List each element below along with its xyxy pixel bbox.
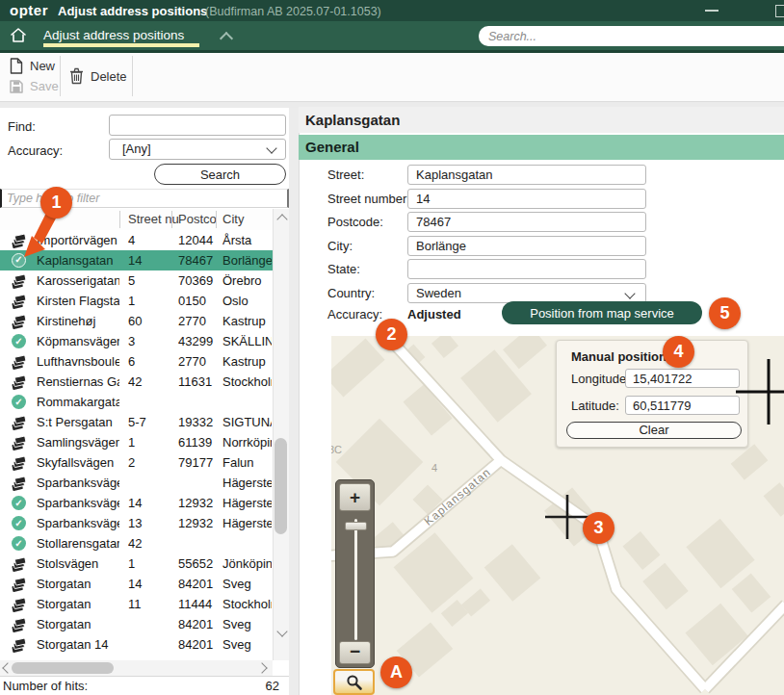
address-stack-icon <box>11 455 26 471</box>
find-input[interactable] <box>109 115 286 136</box>
field-input[interactable] <box>407 283 646 303</box>
column-header-postcode[interactable]: Postco <box>178 212 217 226</box>
table-row[interactable]: ✓ Storgatan 84201 Sveg <box>0 614 273 634</box>
scroll-up-icon[interactable] <box>276 214 287 224</box>
cell-postcode: 12044 <box>178 230 214 250</box>
field-input[interactable] <box>407 212 646 232</box>
cell-city: Stockholm <box>222 594 272 614</box>
address-stack-icon <box>11 415 26 430</box>
cell-postcode: 12932 <box>178 493 214 513</box>
cell-street-number: 1 <box>128 553 169 574</box>
field-input[interactable] <box>407 259 646 279</box>
table-row[interactable]: ✓ Rommakargatan <box>0 392 273 412</box>
cell-city: SKÄLLINGE <box>222 331 272 351</box>
table-row[interactable]: ✓ Storgatan 11 11444 Stockholm <box>0 594 273 614</box>
accuracy-filter-select[interactable]: [Any] <box>109 139 286 160</box>
magnifier-button[interactable] <box>333 669 375 695</box>
accuracy-label: Accuracy: <box>327 307 382 322</box>
column-header-city[interactable]: City <box>222 212 244 226</box>
new-button[interactable]: New <box>10 58 55 74</box>
table-row[interactable]: ✓ Skyfallsvägen 2 79177 Falun <box>0 452 273 473</box>
cell-postcode: 84201 <box>178 614 214 634</box>
table-row[interactable]: ✓ Storgatan 14 84201 Sveg <box>0 634 273 655</box>
toolbar-divider <box>60 56 61 96</box>
save-button[interactable]: Save <box>10 79 59 93</box>
address-table-body: ✓ Importörvägen 4 12044 Årsta ✓ Kaplansg… <box>0 230 273 656</box>
table-row[interactable]: ✓ Renstiernas Gata 42 11631 Stockholm <box>0 372 273 392</box>
map-house-number: 4 <box>431 462 437 474</box>
minimize-icon[interactable] <box>705 10 719 12</box>
cell-city: Örebro <box>222 270 272 291</box>
map-canvas[interactable]: Kaplansgatan 4 3C + − Manual position Lo… <box>331 336 784 695</box>
tab-adjust-address-positions[interactable]: Adjust address positions <box>43 28 184 42</box>
table-row[interactable]: ✓ Kaplansgatan 14 78467 Borlänge <box>0 250 273 270</box>
table-row[interactable]: ✓ Importörvägen 4 12044 Årsta <box>0 230 273 250</box>
table-row[interactable]: ✓ Karosserigatan 5 70369 Örebro <box>0 270 273 291</box>
vertical-scrollbar-thumb[interactable] <box>274 438 287 534</box>
cell-postcode: 70369 <box>178 270 214 291</box>
vertical-scrollbar[interactable] <box>273 209 289 660</box>
longitude-input[interactable] <box>625 369 740 388</box>
cell-street-number: 11 <box>128 594 169 614</box>
global-search-input[interactable] <box>479 26 784 46</box>
cell-postcode: 79177 <box>178 452 214 473</box>
zoom-slider-handle[interactable] <box>345 522 367 530</box>
cell-street-number: 6 <box>128 351 169 372</box>
field-label: Postcode: <box>327 215 383 229</box>
maximize-icon[interactable] <box>775 5 784 17</box>
chevron-up-icon[interactable] <box>220 32 233 45</box>
window-subtitle: (Budfirman AB 2025.07-01.1053) <box>205 5 381 18</box>
cell-city: Sveg <box>222 574 272 594</box>
cell-street: S:t Persgatan <box>37 412 119 432</box>
cell-city: Sveg <box>222 634 272 655</box>
table-row[interactable]: ✓ Sparbanksvägen Hägersten <box>0 473 273 493</box>
horizontal-scrollbar-thumb[interactable] <box>12 662 114 674</box>
latitude-input[interactable] <box>625 396 740 415</box>
table-row[interactable]: ✓ Köpmansvägen 3 43299 SKÄLLINGE <box>0 331 273 351</box>
table-row[interactable]: ✓ Stollarensgatan 42 <box>0 533 273 553</box>
accuracy-value: Adjusted <box>407 307 461 322</box>
check-circle-icon: ✓ <box>12 516 26 530</box>
cell-street-number: 5-7 <box>128 412 169 432</box>
cell-city: Hägersten <box>222 493 272 513</box>
search-button[interactable]: Search <box>154 164 286 185</box>
zoom-out-button[interactable]: − <box>339 641 371 664</box>
clear-button[interactable]: Clear <box>566 422 742 439</box>
table-row[interactable]: ✓ Kirstinehøj 60 2770 Kastrup <box>0 311 273 331</box>
section-header-general: General <box>299 135 784 160</box>
table-row[interactable]: ✓ Sparbanksvägen 13 12932 Hägersten <box>0 513 273 533</box>
cell-city: Hägersten <box>222 473 272 493</box>
position-from-map-service-button[interactable]: Position from map service <box>502 301 702 324</box>
table-row[interactable]: ✓ Samlingsvägen 1 61139 Norrköping <box>0 432 273 452</box>
scroll-down-icon[interactable] <box>276 626 287 636</box>
home-icon[interactable] <box>9 26 28 44</box>
cell-city: SIGTUNA <box>222 412 272 432</box>
table-row[interactable]: ✓ Sparbanksvägen 14 12932 Hägersten <box>0 493 273 513</box>
cell-street: Importörvägen <box>37 230 119 250</box>
field-input[interactable] <box>407 189 646 209</box>
cell-street-number: 5 <box>128 270 169 291</box>
latitude-label: Latitude: <box>571 399 619 413</box>
table-row[interactable]: ✓ S:t Persgatan 5-7 19332 SIGTUNA <box>0 412 273 432</box>
callout-badge-5: 5 <box>709 297 741 329</box>
opter-window: opter Adjust address positions (Budfirma… <box>0 0 784 695</box>
cell-street: Storgatan 14 <box>37 634 119 655</box>
filter-input[interactable] <box>0 189 289 208</box>
delete-button[interactable]: Delete <box>69 67 127 85</box>
table-row[interactable]: ✓ Storgatan 14 84201 Sveg <box>0 574 273 594</box>
toolbar: New Save Delete <box>0 53 784 102</box>
cell-city: Årsta <box>222 230 272 250</box>
cell-city: Falun <box>222 452 272 473</box>
zoom-slider-track[interactable] <box>354 519 357 640</box>
save-icon <box>10 80 23 93</box>
field-input[interactable] <box>407 236 646 256</box>
address-stack-icon <box>11 314 26 329</box>
zoom-in-button[interactable]: + <box>339 483 371 511</box>
table-row[interactable]: ✓ Stolsvägen 1 55652 Jönköping <box>0 553 273 574</box>
new-document-icon <box>10 58 23 74</box>
table-row[interactable]: ✓ Kirsten Flagstad 1 0150 Oslo <box>0 291 273 311</box>
scroll-right-icon[interactable] <box>256 662 267 673</box>
table-row[interactable]: ✓ Lufthavnsboulev 6 2770 Kastrup <box>0 351 273 372</box>
field-input[interactable] <box>407 165 646 185</box>
panel-splitter[interactable] <box>289 108 299 695</box>
